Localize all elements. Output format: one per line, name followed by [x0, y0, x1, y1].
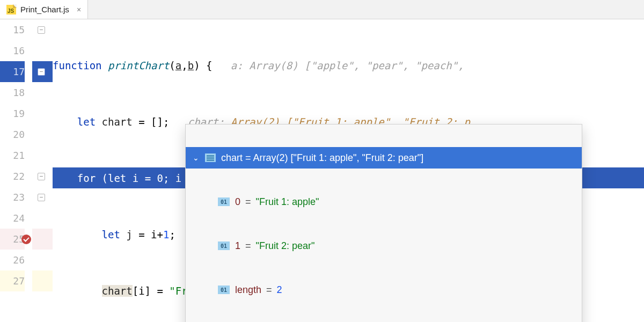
index-icon: 01: [218, 197, 230, 206]
popup-item[interactable]: 01 0 = "Fruit 1: apple": [186, 191, 582, 213]
popup-item[interactable]: 01 length = 2: [186, 279, 582, 301]
code-area[interactable]: function printChart(a,b) { a: Array(8) […: [53, 19, 644, 322]
line-number[interactable]: 25: [0, 229, 25, 250]
editor: 15 16 17 18 19 20 21 22 23 24 25 26 27 −…: [0, 19, 644, 322]
index-icon: 01: [218, 241, 230, 250]
line-number[interactable]: 16: [0, 40, 25, 61]
inline-hint: a: Array(8) ["apple", "pear", "peach",: [213, 60, 470, 71]
line-number[interactable]: 27: [0, 270, 25, 291]
line-number[interactable]: 17: [0, 61, 25, 82]
debug-inspect-popup: ⌄ chart = Array(2) ["Fruit 1: apple", "F…: [185, 124, 582, 322]
tab-close-icon[interactable]: ×: [77, 5, 81, 14]
line-number[interactable]: 21: [0, 145, 25, 166]
line-number[interactable]: 15: [0, 19, 25, 40]
file-tab[interactable]: Print_Chart.js ×: [0, 0, 88, 19]
tab-filename: Print_Chart.js: [20, 5, 69, 14]
code-line[interactable]: function printChart(a,b) { a: Array(8) […: [53, 55, 644, 76]
fold-toggle-icon[interactable]: −: [38, 68, 45, 76]
line-number[interactable]: 24: [0, 208, 25, 229]
fold-end-icon[interactable]: −: [38, 173, 45, 180]
tab-bar: Print_Chart.js ×: [0, 0, 644, 19]
line-number[interactable]: 23: [0, 187, 25, 208]
popup-header-text: chart = Array(2) ["Fruit 1: apple", "Fru…: [221, 152, 423, 164]
line-number[interactable]: 19: [0, 103, 25, 124]
fold-toggle-icon[interactable]: −: [38, 26, 45, 34]
index-icon: 01: [218, 286, 230, 294]
js-file-icon: [6, 5, 16, 14]
breakpoint-icon[interactable]: [21, 235, 31, 244]
line-number[interactable]: 26: [0, 250, 25, 270]
popup-item[interactable]: 01 1 = "Fruit 2: pear": [186, 235, 582, 257]
popup-header[interactable]: ⌄ chart = Array(2) ["Fruit 1: apple", "F…: [186, 147, 582, 169]
line-number[interactable]: 20: [0, 124, 25, 145]
fold-gutter: − − − −: [32, 19, 53, 322]
chevron-down-icon[interactable]: ⌄: [192, 153, 200, 162]
line-number[interactable]: 18: [0, 82, 25, 103]
fold-end-icon[interactable]: −: [38, 194, 45, 201]
line-number-gutter: 15 16 17 18 19 20 21 22 23 24 25 26 27: [0, 19, 32, 322]
array-icon: [205, 153, 216, 162]
line-number[interactable]: 22: [0, 166, 25, 187]
